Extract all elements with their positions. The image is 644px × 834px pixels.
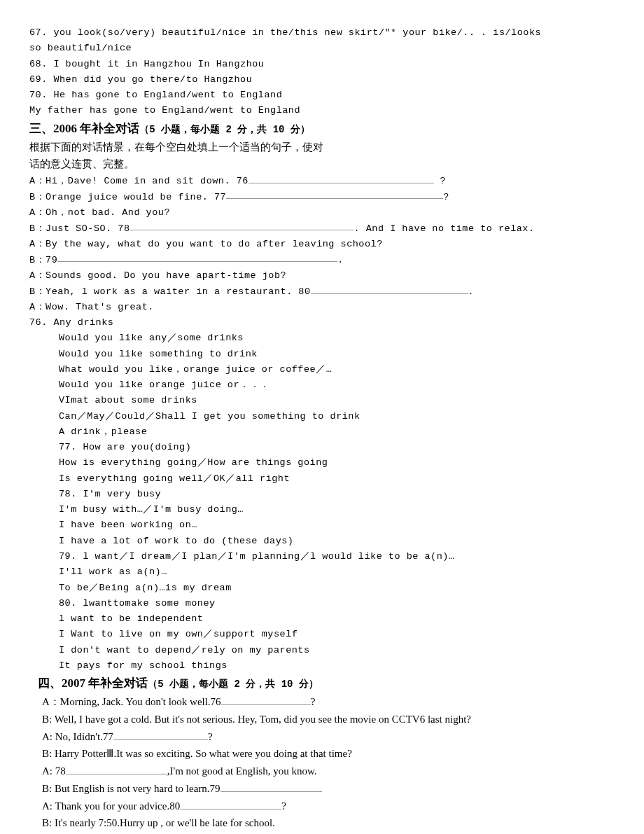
answer-78-head: 78. I'm very busy — [29, 487, 608, 502]
answer-76-head: 76. Any drinks — [29, 315, 608, 331]
dialogue4-line-b3: B: But English is not very hard to learn… — [42, 780, 608, 798]
dialogue4-line-a1: A：Morning, Jack. You don't look well.76? — [42, 693, 608, 711]
dialogue-line-b4: B：Yeah, l work as a waiter in a restaura… — [29, 284, 608, 300]
answer-78-opt1: I'm busy with…／I'm busy doing… — [29, 502, 608, 517]
answer-80-opt3: I don't want to depend／rely on my parent… — [29, 643, 608, 658]
section-3-intro-line1: 根据下面的对话情景，在每个空白处填上一个适当的句子，使对 — [29, 139, 608, 156]
answer-80-opt4: It pays for my school things — [29, 658, 608, 674]
answer-76-opt3: What would you like，orange juice or coff… — [29, 362, 608, 377]
answer-80-opt2: I Want to live on my own／support myself — [29, 627, 608, 642]
dialogue4-line-a2: A: No, Ididn't.77? — [42, 728, 608, 746]
answer-78-opt3: I have a lot of work to do (these days) — [29, 534, 608, 549]
dialogue-line-a1: A：Hi，Dave! Come in and sit down. 76 ? — [29, 173, 608, 189]
blank4-76 — [221, 694, 311, 705]
answer-79-opt2: To be／Being a(n)…is my dream — [29, 581, 608, 596]
dialogue4-line-a3: A: 78,I'm not good at English, you know. — [42, 763, 608, 780]
answer-77-opt2: Is everything going well／OK／all right — [29, 471, 608, 487]
blank-77 — [226, 189, 443, 200]
section-4-subtitle: （5 小题，每小题 2 分，共 10 分） — [148, 679, 318, 690]
answer-79-opt1: I'll work as a(n)… — [29, 564, 608, 580]
blank4-78 — [66, 763, 167, 774]
answer-76-opt4: Would you like orange juice or．．． — [29, 377, 608, 393]
blank-78 — [130, 221, 354, 231]
answer-76-opt2: Would you like something to drink — [29, 347, 608, 362]
section-3-intro-line2: 话的意义连贯、完整。 — [29, 155, 608, 173]
dialogue4-line-b1: B: Well, I have got a cold. But it's not… — [42, 711, 608, 728]
blank-80 — [311, 284, 468, 294]
blank-79 — [57, 252, 337, 263]
answer-67-line1: 67. you look(so/very) beautiful/nice in … — [29, 25, 608, 41]
answer-76-opt5: VImat about some drinks — [29, 393, 608, 408]
answer-77-head: 77. How are you(doing) — [29, 440, 608, 455]
answer-80-head: 80. lwanttomake some money — [29, 596, 608, 611]
blank4-77 — [113, 729, 208, 740]
dialogue4-line-b4: B: It's nearly 7:50.Hurry up , or we'll … — [42, 814, 608, 832]
section-3-subtitle: （5 小题，每小题 2 分，共 10 分） — [139, 124, 310, 135]
dialogue4-line-a4: A: Thank you for your advice.80? — [42, 798, 608, 815]
blank-76 — [248, 173, 434, 183]
section-4-title: 四、2007 年补全对话 — [38, 676, 148, 690]
document-page: 67. you look(so/very) beautiful/nice in … — [29, 25, 608, 834]
answer-67-line2: so beautiful/nice — [29, 41, 608, 56]
answer-76-opt6: Can／May／Could／Shall I get you something … — [29, 409, 608, 424]
answer-80-opt1: l want to be independent — [29, 611, 608, 627]
dialogue-line-b1: B：Orange juice would be fine. 77? — [29, 189, 608, 205]
dialogue4-line-b2: B: Harry PotterⅢ.It was so exciting. So … — [42, 745, 608, 763]
answer-78-opt2: I have been working on… — [29, 517, 608, 533]
answer-76-opt7: A drink，please — [29, 424, 608, 440]
dialogue-line-a5: A：Wow. That's great. — [29, 300, 608, 315]
answer-70-line1: 70. He has gone to England/went to Engla… — [29, 88, 608, 103]
blank4-79 — [220, 781, 322, 792]
dialogue-line-a3: A：By the way, what do you want to do aft… — [29, 237, 608, 252]
answer-68: 68. I bought it in Hangzhou In Hangzhou — [29, 57, 608, 72]
section-3-title: 三、2006 年补全对话 — [29, 122, 139, 135]
answer-79-head: 79. l want／I dream／I plan／I'm planning／l… — [29, 549, 608, 564]
blank4-80 — [180, 798, 281, 809]
section-3-header: 三、2006 年补全对话（5 小题，每小题 2 分，共 10 分） — [29, 119, 608, 139]
answer-76-opt1: Would you like any／some drinks — [29, 331, 608, 346]
answer-70-line2: My father has gone to England/went to En… — [29, 103, 608, 118]
dialogue-line-a4: A：Sounds good. Do you have apart-time jo… — [29, 268, 608, 284]
answer-77-opt1: How is everything going／How are things g… — [29, 455, 608, 471]
section-4-header: 四、2007 年补全对话（5 小题，每小题 2 分，共 10 分） — [29, 674, 608, 693]
dialogue-line-b2: B：Just SO-SO. 78. And I have no time to … — [29, 221, 608, 237]
answer-69: 69. When did you go there/to Hangzhou — [29, 72, 608, 88]
dialogue-line-a2: A：Oh，not bad. And you? — [29, 205, 608, 221]
dialogue-line-b3: B：79. — [29, 252, 608, 268]
